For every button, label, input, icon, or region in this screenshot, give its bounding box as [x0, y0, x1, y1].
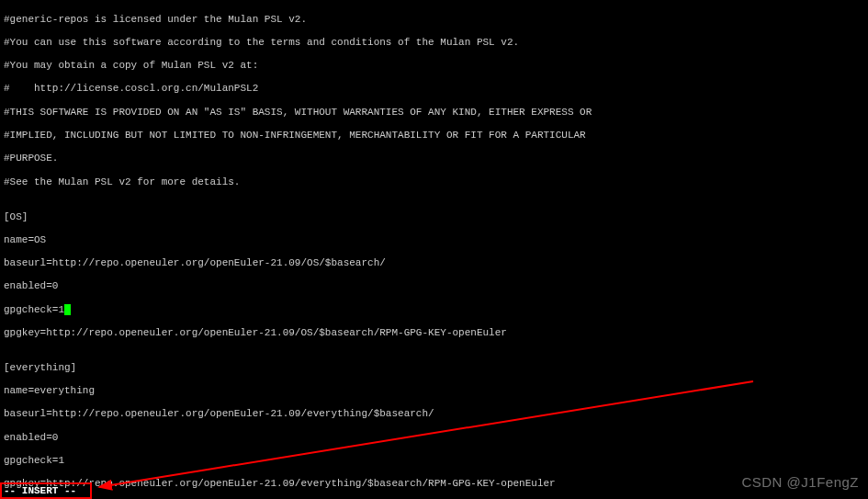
config-line: gpgcheck=1 [4, 304, 64, 315]
config-line: gpgcheck=1 [4, 455, 864, 467]
comment-line: #You may obtain a copy of Mulan PSL v2 a… [4, 60, 864, 72]
config-line: gpgkey=http://repo.openeuler.org/openEul… [4, 478, 864, 490]
cursor-line-row: gpgcheck=1 [4, 304, 864, 316]
comment-line: #THIS SOFTWARE IS PROVIDED ON AN "AS IS"… [4, 107, 864, 119]
config-line: gpgkey=http://repo.openeuler.org/openEul… [4, 327, 864, 339]
comment-line: #See the Mulan PSL v2 for more details. [4, 176, 864, 188]
comment-line: #PURPOSE. [4, 153, 864, 164]
terminal-output[interactable]: #generic-repos is licensed under the Mul… [0, 0, 868, 499]
config-line: baseurl=http://repo.openeuler.org/openEu… [4, 408, 864, 420]
comment-line: #generic-repos is licensed under the Mul… [4, 14, 864, 26]
section-header-os: [OS] [4, 211, 864, 223]
comment-line: #IMPLIED, INCLUDING BUT NOT LIMITED TO N… [4, 130, 864, 142]
terminal-cursor [64, 304, 71, 315]
config-line: enabled=0 [4, 432, 864, 444]
config-line: name=OS [4, 234, 864, 246]
section-header-everything: [everything] [4, 362, 864, 374]
vim-mode-indicator: -- INSERT -- [4, 485, 76, 497]
watermark-text: CSDN @J1FengZ [741, 474, 859, 490]
config-line: baseurl=http://repo.openeuler.org/openEu… [4, 257, 864, 269]
config-line: enabled=0 [4, 280, 864, 292]
comment-line: # http://license.coscl.org.cn/MulanPSL2 [4, 83, 864, 95]
comment-line: #You can use this software according to … [4, 37, 864, 49]
config-line: name=everything [4, 385, 864, 397]
